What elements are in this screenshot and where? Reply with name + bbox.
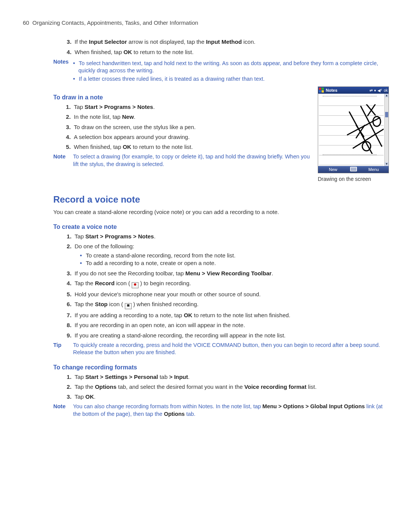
chapter-title: Organizing Contacts, Appointments, Tasks…: [32, 19, 198, 26]
change-steps: Tap Start > Settings > Personal tab > In…: [53, 373, 388, 401]
create-step-2: Do one of the following: To create a sta…: [73, 243, 388, 267]
signal-icon: ▾: [374, 88, 376, 93]
new-softkey[interactable]: New: [318, 167, 348, 173]
note-draw: Note To select a drawing (for example, t…: [53, 153, 310, 168]
change-step-2: Tap the Options tab, and select the desi…: [73, 383, 388, 391]
device-title: Notes: [326, 88, 370, 93]
note-change: Note You can also change recording forma…: [53, 403, 388, 418]
change-step-1: Tap Start > Settings > Personal tab > In…: [73, 373, 388, 381]
tip-block: Tip To quickly create a recording, press…: [53, 342, 388, 356]
note-label: Note: [53, 153, 73, 168]
page-header: 60 Organizing Contacts, Appointments, Ta…: [23, 19, 388, 27]
intro-steps: If the Input Selector arrow is not displ…: [53, 38, 388, 56]
heading-draw: To draw in a note: [53, 93, 310, 102]
scroll-down-icon[interactable]: ▼: [385, 162, 389, 166]
draw-step-5: When finished, tap OK to return to the n…: [72, 143, 310, 151]
notes-block: Notes To select handwritten text, tap an…: [53, 58, 388, 85]
create-step-7: If you are adding a recording to a note,…: [73, 312, 388, 319]
create-step-2-bullet-2: To add a recording to a note, create or …: [85, 259, 388, 267]
create-step-9: If you are creating a stand-alone record…: [73, 332, 388, 339]
device-canvas: ▲ ▼: [318, 94, 389, 166]
notes-label: Notes: [53, 58, 73, 85]
speaker-icon: ◀ᴱ: [378, 88, 382, 93]
svg-line-3: [353, 129, 384, 148]
create-step-6: Tap the Stop icon ( ) when finished reco…: [73, 300, 388, 309]
menu-softkey[interactable]: Menu: [359, 167, 389, 173]
draw-step-4: A selection box appears around your draw…: [72, 133, 310, 141]
draw-step-1: Tap Start > Programs > Notes.: [72, 103, 310, 111]
step-3: If the Input Selector arrow is not displ…: [73, 38, 388, 46]
tic-tac-toe-drawing: [346, 104, 384, 154]
create-steps: Tap Start > Programs > Notes. Do one of …: [53, 233, 388, 339]
note-change-text: You can also change recording formats fr…: [73, 403, 388, 418]
keyboard-icon[interactable]: [350, 167, 357, 171]
change-step-3: Tap OK.: [73, 393, 388, 401]
page-number: 60: [23, 19, 29, 26]
heading-create: To create a voice note: [53, 223, 388, 231]
scroll-thumb[interactable]: [385, 112, 388, 117]
notes-bullet-1: To select handwritten text, tap and hold…: [78, 60, 388, 75]
create-step-2-bullet-1: To create a stand-alone recording, recor…: [85, 252, 388, 259]
stop-icon: [125, 303, 132, 309]
record-intro: You can create a stand-alone recording (…: [53, 208, 388, 216]
tip-label: Tip: [53, 342, 73, 356]
create-step-4: Tap the Record icon ( ) to begin recordi…: [73, 280, 388, 288]
notes-bullet-2: If a letter crosses three ruled lines, i…: [78, 75, 388, 83]
tip-text: To quickly create a recording, press and…: [73, 342, 388, 356]
create-step-1: Tap Start > Programs > Notes.: [73, 233, 388, 240]
scrollbar[interactable]: ▲ ▼: [384, 94, 389, 166]
windows-logo-icon: [319, 88, 324, 93]
draw-steps: Tap Start > Programs > Notes. In the not…: [53, 103, 310, 151]
svg-point-8: [373, 117, 381, 126]
draw-step-2: In the note list, tap New.: [72, 113, 310, 121]
device-menubar: New Menu: [318, 166, 389, 173]
create-step-3: If you do not see the Recording toolbar,…: [73, 270, 388, 277]
scroll-up-icon[interactable]: ▲: [385, 94, 389, 97]
draw-step-3: To draw on the screen, use the stylus li…: [72, 123, 310, 131]
create-step-8: If you are recording in an open note, an…: [73, 321, 388, 329]
step-4: When finished, tap OK to return to the n…: [73, 48, 388, 56]
note-change-label: Note: [53, 403, 73, 418]
heading-record: Record a voice note: [53, 193, 388, 206]
device-caption: Drawing on the screen: [318, 176, 388, 183]
record-icon: [132, 282, 139, 288]
create-step-5: Hold your device's microphone near your …: [73, 291, 388, 298]
ok-button[interactable]: ok: [384, 88, 388, 93]
connectivity-icon: ⇄: [370, 88, 373, 93]
note-draw-text: To select a drawing (for example, to cop…: [73, 153, 310, 168]
device-titlebar: Notes ⇄ ▾ ◀ᴱ ok: [318, 87, 389, 94]
heading-change: To change recording formats: [53, 363, 388, 372]
device-screenshot: Notes ⇄ ▾ ◀ᴱ ok: [318, 86, 389, 173]
